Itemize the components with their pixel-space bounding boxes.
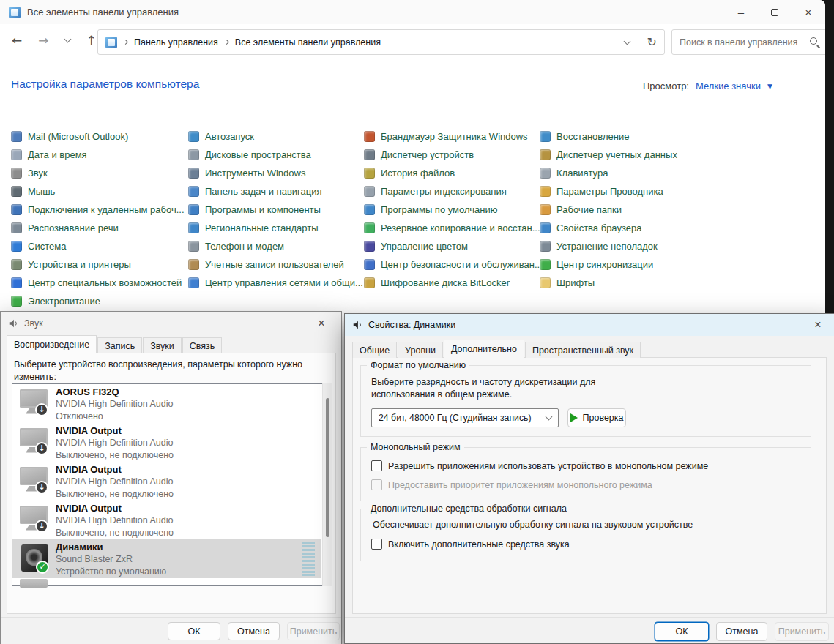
monitor-device-icon: [16, 465, 56, 498]
tab[interactable]: Запись: [97, 337, 142, 353]
control-panel-item[interactable]: Мышь: [11, 182, 185, 201]
exclusive-priority-checkbox[interactable]: [371, 479, 382, 490]
group-title: Монопольный режим: [367, 442, 464, 452]
tab[interactable]: Звуки: [143, 337, 182, 353]
address-dropdown-icon[interactable]: [623, 37, 630, 45]
cancel-button[interactable]: Отмена: [228, 622, 280, 640]
control-panel-item[interactable]: Центр безопасности и обслуживан...: [364, 255, 543, 274]
test-button[interactable]: Проверка: [567, 408, 626, 427]
control-panel-item[interactable]: Резервное копирование и восстан...: [364, 219, 543, 237]
ok-button[interactable]: ОК: [655, 622, 709, 641]
control-panel-item[interactable]: Региональные стандарты: [188, 219, 363, 237]
tab[interactable]: Воспроизведение: [7, 335, 97, 353]
control-panel-icon: [9, 7, 21, 18]
mail-icon: [11, 131, 22, 142]
view-mode-link[interactable]: Мелкие значки: [696, 80, 761, 91]
breadcrumb[interactable]: Панель управления Все элементы панели уп…: [97, 29, 665, 55]
control-panel-item[interactable]: Брандмауэр Защитника Windows: [364, 127, 543, 146]
control-panel-item[interactable]: Автозапуск: [188, 127, 363, 146]
button-separator: [345, 617, 834, 618]
sound-dialog-title: Звук: [24, 318, 309, 329]
breadcrumb-all-items[interactable]: Все элементы панели управления: [235, 37, 381, 48]
control-panel-column-1: Mail (Microsoft Outlook) Дата и время Зв…: [11, 127, 185, 310]
refresh-icon[interactable]: ↻: [647, 35, 657, 49]
tab[interactable]: Связь: [182, 337, 223, 353]
device-row[interactable]: NVIDIA Output NVIDIA High Definition Aud…: [12, 423, 321, 462]
tab[interactable]: Общие: [352, 342, 397, 358]
device-status-badge: [36, 561, 49, 574]
control-panel-item[interactable]: История файлов: [364, 164, 543, 182]
breadcrumb-separator-icon: [224, 40, 229, 45]
device-row[interactable]: AORUS FI32Q NVIDIA High Definition Audio…: [12, 384, 321, 423]
control-panel-item[interactable]: Шифрование диска BitLocker: [364, 274, 543, 292]
control-panel-item[interactable]: Учетные записи пользователей: [188, 255, 363, 274]
control-panel-item[interactable]: Телефон и модем: [188, 237, 363, 255]
control-panel-item[interactable]: Программы по умолчанию: [364, 201, 543, 219]
scrollbar-thumb[interactable]: [326, 398, 329, 537]
tab[interactable]: Пространственный звук: [525, 342, 641, 358]
tab[interactable]: Дополнительно: [444, 340, 524, 358]
control-panel-item[interactable]: Свойства браузера: [540, 219, 677, 237]
control-panel-item[interactable]: Дата и время: [11, 146, 185, 164]
device-list-scrollbar[interactable]: [322, 383, 332, 586]
search-box[interactable]: [671, 29, 825, 55]
control-panel-item[interactable]: Управление цветом: [364, 237, 543, 255]
close-button[interactable]: ×: [792, 0, 825, 24]
control-panel-item[interactable]: Параметры Проводника: [540, 182, 677, 201]
control-panel-item[interactable]: Звук: [11, 164, 185, 182]
advanced-tab-panel: Формат по умолчанию Выберите разрядность…: [352, 357, 827, 614]
control-panel-item[interactable]: Подключения к удаленным рабоч...: [11, 201, 185, 219]
apply-button[interactable]: Применить: [775, 622, 829, 641]
maximize-button[interactable]: [758, 0, 792, 24]
tab[interactable]: Уровни: [398, 342, 443, 358]
control-panel-item[interactable]: Клавиатура: [540, 164, 677, 182]
control-panel-item[interactable]: Центр управления сетями и общи...: [188, 274, 363, 292]
windows-tools-icon: [188, 168, 199, 179]
allow-exclusive-checkbox[interactable]: [371, 460, 382, 471]
control-panel-item[interactable]: Электропитание: [11, 292, 185, 310]
apply-button[interactable]: Применить: [287, 622, 340, 640]
close-icon[interactable]: ×: [309, 317, 334, 330]
breadcrumb-control-panel[interactable]: Панель управления: [134, 37, 218, 48]
control-panel-item[interactable]: Инструменты Windows: [188, 164, 363, 182]
forward-button[interactable]: →: [38, 33, 48, 48]
control-panel-item[interactable]: Устранение неполадок: [540, 237, 677, 255]
control-panel-item[interactable]: Программы и компоненты: [188, 201, 363, 219]
navigation-bar: ← → ↑ Панель управления Все элементы пан…: [0, 24, 825, 59]
enable-enhancements-checkbox[interactable]: [371, 539, 382, 550]
properties-dialog-title-bar: Свойства: Динамики ×: [345, 314, 834, 336]
control-panel-item[interactable]: Рабочие папки: [540, 201, 677, 219]
cancel-button[interactable]: Отмена: [716, 622, 767, 641]
control-panel-item[interactable]: Параметры индексирования: [364, 182, 543, 201]
device-row[interactable]: NVIDIA Output NVIDIA High Definition Aud…: [12, 462, 321, 501]
control-panel-item[interactable]: Шрифты: [540, 274, 677, 292]
recent-pages-dropdown-icon[interactable]: [64, 36, 71, 43]
control-panel-item[interactable]: Диспетчер устройств: [364, 146, 543, 164]
back-button[interactable]: ←: [12, 33, 22, 48]
control-panel-item[interactable]: Восстановление: [540, 127, 677, 146]
ok-button[interactable]: ОК: [168, 622, 220, 640]
device-row[interactable]: NVIDIA Output NVIDIA High Definition Aud…: [12, 501, 321, 539]
close-icon[interactable]: ×: [805, 318, 830, 332]
search-input[interactable]: [680, 37, 809, 48]
control-panel-item[interactable]: Система: [11, 237, 185, 255]
control-panel-item[interactable]: Центр специальных возможностей: [11, 274, 185, 292]
control-panel-item[interactable]: Распознавание речи: [11, 219, 185, 237]
work-folders-icon: [540, 204, 551, 215]
playback-instruction: Выберите устройство воспроизведения, пар…: [14, 359, 324, 383]
playback-device-list: AORUS FI32Q NVIDIA High Definition Audio…: [12, 383, 332, 586]
minimize-button[interactable]: –: [724, 0, 758, 24]
control-panel-item[interactable]: Устройства и принтеры: [11, 255, 185, 274]
view-dropdown-icon[interactable]: ▼: [767, 83, 772, 90]
control-panel-item[interactable]: Панель задач и навигация: [188, 182, 363, 201]
sound-dialog: Звук × Воспроизведение Запись Звуки Связ…: [0, 311, 342, 644]
format-select[interactable]: 24 бит, 48000 Гц (Студийная запись): [371, 408, 559, 427]
search-icon: [809, 37, 820, 48]
control-panel-item[interactable]: Диспетчер учетных данных: [540, 146, 677, 164]
device-row[interactable]: Динамики Sound Blaster ZxR Устройство по…: [12, 539, 321, 578]
control-panel-item[interactable]: Дисковые пространства: [188, 146, 363, 164]
up-button[interactable]: ↑: [86, 33, 97, 48]
control-panel-item[interactable]: Центр синхронизации: [540, 255, 677, 274]
color-management-icon: [364, 241, 375, 252]
control-panel-item[interactable]: Mail (Microsoft Outlook): [11, 127, 185, 146]
